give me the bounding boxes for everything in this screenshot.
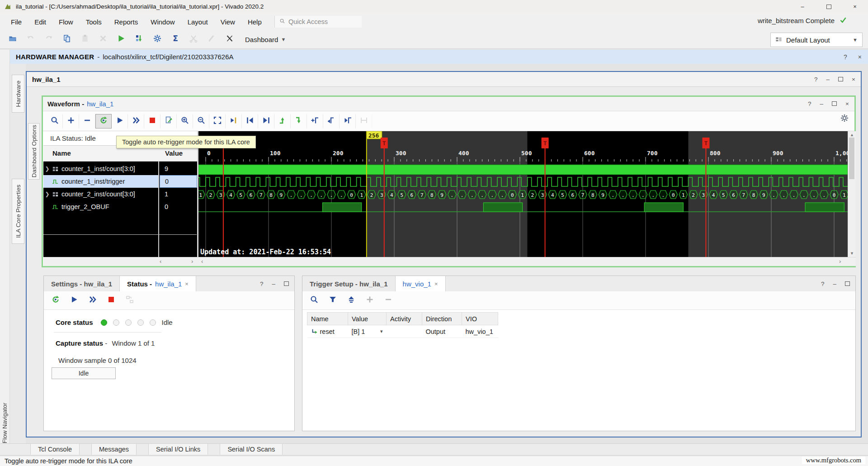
waveform-canvas[interactable]: 01002003004005006007008009001,0001234567… — [198, 131, 848, 257]
sidebar-tab-ila-core-properties[interactable]: ILA Core Properties — [12, 179, 24, 244]
quick-access-search[interactable]: Quick Access — [274, 16, 362, 28]
signal-row[interactable]: counter_1_inst/trigger — [43, 175, 159, 188]
retrigger-button[interactable] — [95, 114, 112, 128]
help-icon[interactable]: ? — [814, 76, 818, 83]
bottom-tab-serial-i-o-scans[interactable]: Serial I/O Scans — [220, 444, 283, 455]
tab-trigger-setup[interactable]: Trigger Setup - hw_ila_1 — [302, 276, 395, 291]
close-icon[interactable]: × — [845, 100, 849, 107]
remove-button[interactable] — [79, 114, 95, 128]
signal-value[interactable]: 0 — [160, 200, 197, 213]
maximize-icon[interactable] — [832, 100, 837, 107]
help-icon[interactable]: ? — [260, 281, 264, 287]
maximize-icon[interactable] — [284, 281, 289, 287]
run-all-button[interactable] — [128, 114, 144, 128]
menu-flow[interactable]: Flow — [52, 15, 80, 29]
scroll-up-icon[interactable]: ▲ — [848, 133, 856, 137]
goto-start-button[interactable] — [242, 114, 258, 128]
menu-edit[interactable]: Edit — [28, 15, 52, 29]
swap-next-button[interactable] — [291, 114, 307, 128]
menu-help[interactable]: Help — [241, 15, 268, 29]
close-icon[interactable]: × — [858, 53, 862, 61]
settings-button[interactable] — [150, 32, 165, 47]
stop-button[interactable] — [144, 114, 160, 128]
tab-hw-vio-1[interactable]: hw_vio_1 × — [395, 276, 446, 291]
play-button[interactable] — [67, 293, 81, 308]
name-column-header[interactable]: Name — [52, 149, 71, 157]
column-header-vio[interactable]: VIO — [462, 313, 498, 325]
vertical-scrollbar[interactable]: ▲ ▼ — [848, 131, 856, 257]
horizontal-scrollbar[interactable]: ‹ › ‹ › — [43, 257, 856, 266]
signal-value[interactable]: 9 — [160, 162, 197, 175]
float-icon[interactable] — [838, 76, 843, 83]
help-icon[interactable]: ? — [821, 281, 825, 287]
next-marker-button[interactable] — [340, 114, 356, 128]
add-button[interactable] — [63, 114, 79, 128]
flow-navigator-strip[interactable]: Flow Navigator — [0, 50, 10, 443]
swap-prev-button[interactable] — [274, 114, 291, 128]
zoom-fit-button[interactable] — [209, 114, 226, 128]
scroll-right-icon[interactable]: › — [191, 258, 193, 265]
help-icon[interactable]: ? — [844, 53, 847, 61]
menu-file[interactable]: File — [5, 15, 28, 29]
stop-button[interactable] — [104, 293, 118, 308]
scroll-right-icon[interactable]: › — [839, 258, 841, 265]
column-header-value[interactable]: Value — [348, 313, 387, 325]
column-header-name[interactable]: Name — [307, 313, 348, 325]
open-button[interactable] — [5, 32, 20, 47]
tab-status[interactable]: Status - hw_ila_1 × — [119, 276, 196, 291]
menu-window[interactable]: Window — [144, 15, 181, 29]
menu-layout[interactable]: Layout — [181, 15, 214, 29]
signal-row[interactable]: ❯counter_1_inst/count[3:0] — [43, 162, 159, 175]
sidebar-tab-hardware[interactable]: Hardware — [12, 75, 24, 113]
goto-time-button[interactable] — [226, 114, 242, 128]
help-icon[interactable]: ? — [808, 100, 811, 107]
expand-icon[interactable]: ❯ — [43, 191, 51, 197]
add-marker-button[interactable] — [307, 114, 323, 128]
goto-end-button[interactable] — [258, 114, 274, 128]
minimize-icon[interactable]: – — [826, 76, 830, 83]
signal-row[interactable]: trigger_2_OBUF — [43, 200, 159, 213]
menu-view[interactable]: View — [214, 15, 241, 29]
settings-gear-button[interactable] — [840, 114, 849, 124]
search-button[interactable] — [47, 114, 63, 128]
close-tab-icon[interactable]: × — [185, 281, 189, 287]
dashboard-dropdown[interactable]: Dashboard ▼ — [245, 36, 286, 43]
sidebar-tab-dashboard-options[interactable]: Dashboard Options — [28, 123, 40, 180]
play-button[interactable] — [112, 114, 128, 128]
prev-marker-button[interactable] — [323, 114, 340, 128]
window-maximize-button[interactable] — [816, 0, 842, 13]
signal-value[interactable]: 1 — [160, 188, 197, 200]
window-minimize-button[interactable]: – — [789, 0, 816, 13]
probe-value[interactable]: [B] 1 — [352, 328, 365, 335]
make-button[interactable] — [222, 32, 237, 47]
expand-icon[interactable]: ❯ — [43, 166, 51, 172]
zoom-out-button[interactable] — [193, 114, 209, 128]
minimize-icon[interactable]: – — [272, 281, 275, 287]
value-column-header[interactable]: Value — [165, 149, 183, 157]
run-button[interactable] — [114, 32, 128, 47]
window-close-button[interactable]: × — [842, 0, 868, 13]
menu-reports[interactable]: Reports — [108, 15, 145, 29]
bottom-tab-messages[interactable]: Messages — [91, 444, 137, 455]
chevron-down-icon[interactable]: ▾ — [380, 328, 383, 334]
run-all-button[interactable] — [85, 293, 100, 308]
waveform-title-link[interactable]: hw_ila_1 — [87, 100, 113, 108]
column-header-direction[interactable]: Direction — [422, 313, 462, 325]
name-value-divider[interactable] — [158, 162, 159, 257]
maximize-icon[interactable] — [845, 281, 850, 287]
close-icon[interactable]: × — [852, 76, 855, 83]
sigma-button[interactable]: Σ — [168, 32, 183, 47]
zoom-in-button[interactable] — [177, 114, 193, 128]
signal-value[interactable]: 0 — [160, 175, 197, 188]
copy-button[interactable] — [60, 32, 74, 47]
search-button[interactable] — [307, 293, 321, 308]
bottom-tab-tcl-console[interactable]: Tcl Console — [30, 444, 80, 455]
layout-select[interactable]: Default Layout ▼ — [770, 33, 863, 47]
minimize-icon[interactable]: – — [833, 281, 836, 287]
scroll-down-icon[interactable]: ▼ — [848, 251, 856, 256]
step-button[interactable] — [132, 32, 146, 47]
tab-settings[interactable]: Settings - hw_ila_1 — [44, 276, 119, 291]
scrollbar-thumb[interactable] — [849, 138, 854, 179]
filter-down-button[interactable] — [326, 293, 340, 308]
column-header-activity[interactable]: Activity — [387, 313, 422, 325]
